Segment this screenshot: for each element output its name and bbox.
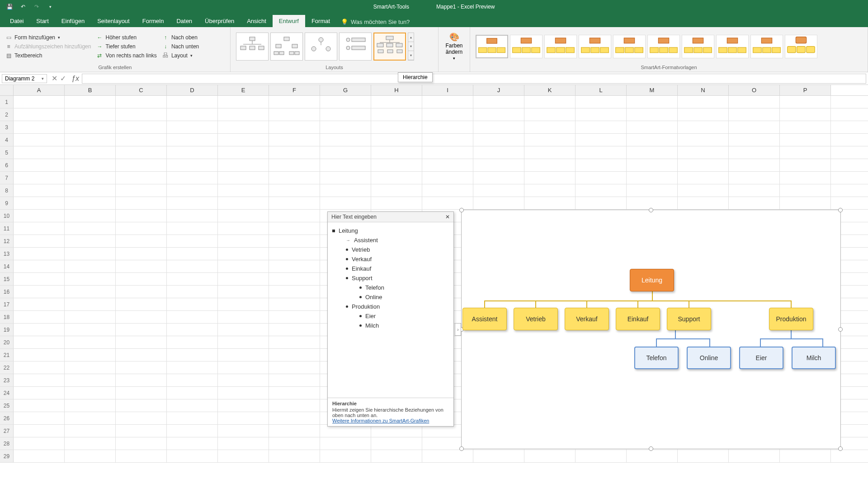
cell[interactable] xyxy=(269,210,320,222)
row-header[interactable]: 14 xyxy=(0,260,14,272)
cell[interactable] xyxy=(167,172,218,184)
style-thumb-2[interactable] xyxy=(510,35,542,58)
row-header[interactable]: 18 xyxy=(0,311,14,323)
cell[interactable] xyxy=(116,248,167,260)
cell[interactable] xyxy=(269,450,320,462)
cell[interactable] xyxy=(167,248,218,260)
cell[interactable] xyxy=(269,260,320,272)
cell[interactable] xyxy=(371,425,422,437)
cell[interactable] xyxy=(678,159,729,171)
style-thumb-3[interactable] xyxy=(544,35,577,58)
cell[interactable] xyxy=(371,96,422,108)
col-header[interactable]: P xyxy=(780,85,831,95)
cell[interactable] xyxy=(473,172,524,184)
cell[interactable] xyxy=(371,437,422,450)
cell[interactable] xyxy=(269,399,320,412)
cell[interactable] xyxy=(65,184,116,197)
cell[interactable] xyxy=(218,311,269,323)
node-assistent[interactable]: Assistent xyxy=(462,308,507,330)
cell[interactable] xyxy=(320,184,371,197)
cell[interactable] xyxy=(14,437,65,450)
cell[interactable] xyxy=(627,121,678,133)
cell[interactable] xyxy=(167,425,218,437)
node-online[interactable]: Online xyxy=(687,347,731,369)
layout-thumb-2[interactable] xyxy=(270,33,303,61)
cell[interactable] xyxy=(14,374,65,386)
cell[interactable] xyxy=(14,387,65,399)
cell[interactable] xyxy=(371,159,422,171)
cell[interactable] xyxy=(167,134,218,146)
cell[interactable] xyxy=(218,172,269,184)
cell[interactable] xyxy=(729,159,780,171)
cell[interactable] xyxy=(65,286,116,298)
cell[interactable] xyxy=(320,121,371,133)
node-verkauf[interactable]: Verkauf xyxy=(565,308,609,330)
row-header[interactable]: 26 xyxy=(0,412,14,424)
cell[interactable] xyxy=(218,336,269,348)
cell[interactable] xyxy=(576,450,627,462)
select-all-corner[interactable] xyxy=(0,85,14,95)
cell[interactable] xyxy=(627,146,678,159)
cell[interactable] xyxy=(678,108,729,121)
cell[interactable] xyxy=(627,134,678,146)
cell[interactable] xyxy=(167,96,218,108)
tab-ansicht[interactable]: Ansicht xyxy=(241,15,273,27)
cell[interactable] xyxy=(116,336,167,348)
cell[interactable] xyxy=(320,197,371,209)
tab-ueberpruefen[interactable]: Überprüfen xyxy=(198,15,241,27)
cell[interactable] xyxy=(269,146,320,159)
cell[interactable] xyxy=(65,235,116,247)
cell[interactable] xyxy=(473,184,524,197)
row-header[interactable]: 1 xyxy=(0,96,14,108)
text-pane-item[interactable]: Eier xyxy=(332,311,449,321)
cell[interactable] xyxy=(65,121,116,133)
cell[interactable] xyxy=(422,172,473,184)
col-header[interactable]: L xyxy=(576,85,627,95)
row-header[interactable]: 15 xyxy=(0,273,14,285)
node-vetrieb[interactable]: Vetrieb xyxy=(514,308,558,330)
cmd-nach-oben[interactable]: ↑Nach oben xyxy=(160,33,201,42)
text-pane-item[interactable]: Vetrieb xyxy=(332,245,449,254)
cell[interactable] xyxy=(320,96,371,108)
cell[interactable] xyxy=(116,159,167,171)
col-header[interactable]: N xyxy=(678,85,729,95)
cell[interactable] xyxy=(14,134,65,146)
cell[interactable] xyxy=(218,374,269,386)
worksheet[interactable]: ABCDEFGHIJKLMNOP 12345678910111213141516… xyxy=(0,85,868,463)
row-header[interactable]: 7 xyxy=(0,172,14,184)
col-header[interactable]: A xyxy=(14,85,65,95)
cell[interactable] xyxy=(167,197,218,209)
cell[interactable] xyxy=(627,172,678,184)
cell[interactable] xyxy=(473,159,524,171)
row-header[interactable]: 24 xyxy=(0,387,14,399)
cell[interactable] xyxy=(65,146,116,159)
node-einkauf[interactable]: Einkauf xyxy=(616,308,660,330)
cell[interactable] xyxy=(729,146,780,159)
cell[interactable] xyxy=(65,159,116,171)
cell[interactable] xyxy=(218,96,269,108)
cell[interactable] xyxy=(473,134,524,146)
cell[interactable] xyxy=(65,437,116,450)
cell[interactable] xyxy=(371,197,422,209)
cell[interactable] xyxy=(14,450,65,462)
cell[interactable] xyxy=(218,108,269,121)
cell[interactable] xyxy=(269,324,320,336)
cell[interactable] xyxy=(218,437,269,450)
cell[interactable] xyxy=(371,172,422,184)
cell[interactable] xyxy=(269,437,320,450)
cell[interactable] xyxy=(167,235,218,247)
cell[interactable] xyxy=(167,387,218,399)
cell[interactable] xyxy=(218,425,269,437)
smartart-canvas[interactable]: › Leitung Assistent Vetrieb Verkauf Eink… xyxy=(461,210,841,449)
cell[interactable] xyxy=(116,361,167,374)
cell[interactable] xyxy=(371,184,422,197)
cell[interactable] xyxy=(14,108,65,121)
tab-daten[interactable]: Daten xyxy=(170,15,198,27)
layout-thumb-3[interactable] xyxy=(305,33,337,61)
cell[interactable] xyxy=(14,184,65,197)
cell[interactable] xyxy=(627,450,678,462)
cell[interactable] xyxy=(780,108,831,121)
cell[interactable] xyxy=(473,121,524,133)
cell[interactable] xyxy=(422,96,473,108)
row-header[interactable]: 17 xyxy=(0,298,14,310)
